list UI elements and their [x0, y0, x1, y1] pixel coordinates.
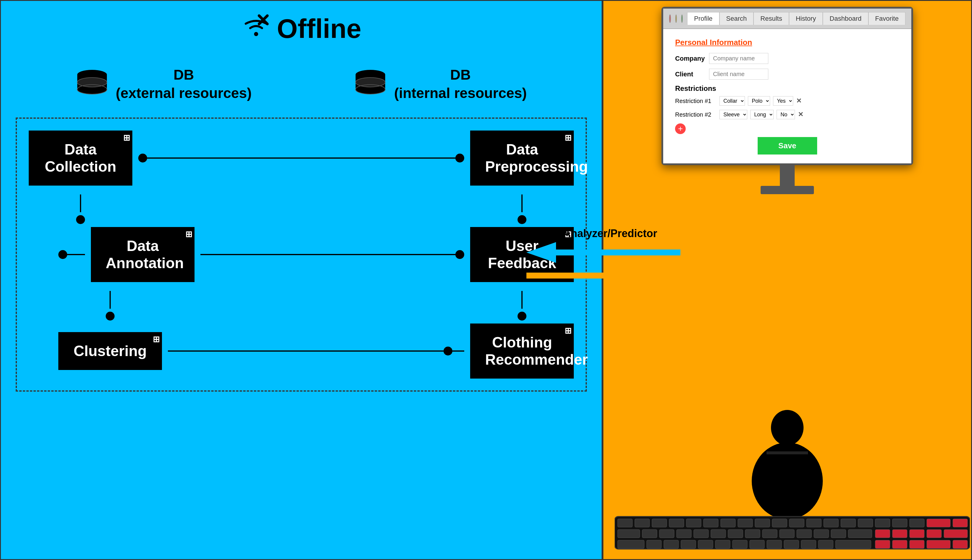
node-icon-1: ⊞ — [123, 133, 130, 143]
restriction-2-label: Restriction #2 — [675, 111, 717, 118]
svg-rect-26 — [669, 519, 684, 527]
dots-row-2 — [29, 215, 574, 224]
restriction-2-select-2[interactable]: Long — [750, 110, 774, 119]
svg-rect-36 — [841, 519, 855, 527]
traffic-light-yellow[interactable] — [675, 15, 677, 23]
offline-title: Offline — [277, 13, 361, 44]
db-internal-block: DB(internal resources) — [354, 66, 527, 103]
db-internal-icon — [354, 69, 387, 99]
left-panel: Offline DB(external resources) — [0, 0, 602, 560]
svg-rect-75 — [875, 540, 890, 548]
offline-header: Offline — [1, 1, 602, 51]
client-input[interactable] — [709, 69, 768, 80]
restriction-row-2: Restriction #2 Sleeve Long No ✕ — [675, 110, 899, 119]
vline-2 — [521, 195, 523, 212]
data-collection-container: Data Collection ⊞ — [29, 130, 132, 186]
svg-rect-52 — [780, 530, 794, 538]
form-row-company: Company — [675, 53, 899, 64]
svg-rect-78 — [927, 540, 950, 548]
svg-rect-24 — [635, 519, 650, 527]
restriction-1-label: Restriction #1 — [675, 98, 717, 105]
svg-rect-29 — [721, 519, 735, 527]
tab-history[interactable]: History — [789, 12, 823, 25]
tab-results[interactable]: Results — [754, 12, 789, 25]
svg-rect-35 — [824, 519, 839, 527]
svg-rect-58 — [892, 530, 907, 538]
svg-rect-42 — [953, 519, 967, 527]
svg-rect-47 — [694, 530, 709, 538]
svg-rect-60 — [927, 530, 942, 538]
monitor-screen: Profile Search Results History Dashboard… — [662, 7, 913, 165]
svg-rect-43 — [618, 530, 640, 538]
tab-favorite[interactable]: Favorite — [869, 12, 905, 25]
traffic-light-green[interactable] — [681, 15, 683, 23]
svg-rect-71 — [784, 540, 799, 548]
arrow-left — [527, 242, 680, 263]
svg-rect-28 — [704, 519, 718, 527]
connector-left-2 — [58, 250, 85, 259]
tab-dashboard[interactable]: Dashboard — [823, 12, 869, 25]
svg-rect-21 — [767, 452, 808, 454]
monitor-stand — [780, 165, 795, 186]
svg-rect-23 — [618, 519, 632, 527]
svg-rect-59 — [910, 530, 924, 538]
svg-rect-56 — [848, 530, 872, 538]
svg-rect-72 — [801, 540, 816, 548]
clustering-node: Clustering ⊞ — [58, 332, 162, 370]
dot-9 — [443, 347, 452, 355]
restriction-1-delete[interactable]: ✕ — [796, 97, 802, 105]
restriction-2-delete[interactable]: ✕ — [798, 111, 803, 118]
svg-rect-31 — [755, 519, 770, 527]
company-input[interactable] — [709, 53, 768, 64]
svg-rect-65 — [681, 540, 696, 548]
connector-3 — [168, 347, 464, 355]
flow-diagram-box: Data Collection ⊞ DataPreprocessing ⊞ — [16, 118, 587, 392]
svg-rect-79 — [953, 540, 967, 548]
dot-8 — [517, 312, 527, 320]
save-button[interactable]: Save — [758, 137, 817, 155]
h-line-2a — [67, 254, 85, 255]
restriction-1-select-3[interactable]: Yes — [773, 96, 793, 106]
offline-icon — [241, 13, 271, 45]
svg-rect-54 — [814, 530, 829, 538]
ai-arrow-label: AI Analyzer/Predictor — [527, 227, 680, 240]
dot-6 — [455, 250, 464, 259]
db-internal-label: DB(internal resources) — [394, 66, 527, 103]
monitor-tabs: Profile Search Results History Dashboard… — [687, 12, 905, 25]
data-annotation-node: DataAnnotation ⊞ — [91, 227, 195, 282]
db-area: DB(external resources) DB(internal resou… — [1, 57, 602, 112]
tab-profile[interactable]: Profile — [687, 12, 719, 25]
svg-rect-37 — [858, 519, 873, 527]
restriction-2-select-3[interactable]: No — [777, 110, 795, 119]
restriction-2-select-1[interactable]: Sleeve — [719, 110, 747, 119]
traffic-light-red[interactable] — [669, 15, 670, 23]
vline-4 — [521, 291, 523, 309]
svg-rect-39 — [892, 519, 907, 527]
monitor-base — [760, 186, 814, 194]
svg-rect-76 — [892, 540, 907, 548]
svg-rect-48 — [711, 530, 726, 538]
dual-arrows — [527, 242, 680, 286]
flow-row-2: DataAnnotation ⊞ User Feedback ⊞ — [29, 227, 574, 282]
dot-1 — [138, 153, 147, 162]
svg-point-18 — [771, 410, 804, 445]
add-restriction-button[interactable]: + — [675, 123, 686, 134]
svg-rect-74 — [835, 540, 871, 548]
restriction-1-select-1[interactable]: Collar — [719, 96, 745, 106]
restriction-1-select-2[interactable]: Polo — [748, 96, 770, 106]
svg-point-0 — [254, 32, 258, 36]
svg-rect-38 — [875, 519, 890, 527]
dot-2 — [455, 153, 464, 162]
dot-5 — [58, 250, 67, 259]
tab-search[interactable]: Search — [719, 12, 754, 25]
dot-7 — [106, 312, 115, 320]
svg-rect-77 — [910, 540, 924, 548]
svg-rect-44 — [642, 530, 657, 538]
monitor-container: Profile Search Results History Dashboard… — [662, 7, 913, 194]
h-line-1 — [147, 157, 455, 158]
client-label: Client — [675, 70, 705, 78]
vlines-1 — [29, 195, 574, 212]
company-label: Company — [675, 55, 705, 62]
svg-rect-25 — [652, 519, 667, 527]
data-collection-node: Data Collection ⊞ — [29, 130, 132, 186]
